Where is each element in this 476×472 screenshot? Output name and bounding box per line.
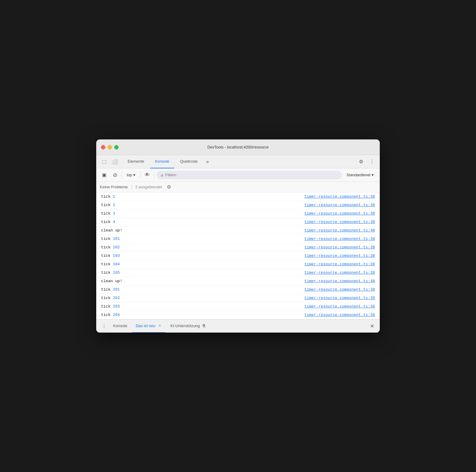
close-button[interactable] [101,145,105,149]
context-label: top [127,173,132,177]
console-entry: tick 3timer-resource.component.ts:38 [96,209,380,218]
bottom-tab-ki-label: KI-Unterstützung [170,324,200,328]
devtools-window: DevTools - localhost:4200/resource ⬚ ⬜ E… [96,139,380,333]
entry-link[interactable]: timer-resource.component.ts:38 [304,296,375,300]
tab-quellcode[interactable]: Quellcode [175,155,203,168]
bottom-tab-konsole[interactable]: Konsole [109,320,131,333]
minimize-button[interactable] [108,145,112,149]
chevron-right-icon: » [206,159,209,164]
entry-number: 105 [113,270,120,275]
entry-link[interactable]: timer-resource.component.ts:38 [304,220,375,224]
entry-message: tick 204 [101,313,304,317]
console-toolbar: ▣ ⊘ top ▾ 👁 ⊿ Standardlevel ▾ [96,168,380,182]
clear-console-button[interactable]: ⊘ [111,171,119,179]
settings-button[interactable]: ⚙ [357,158,365,166]
log-level-selector[interactable]: Standardlevel ▾ [344,171,376,178]
eye-icon: 👁 [144,172,150,178]
tab-elemente[interactable]: Elemente [123,155,149,168]
entry-number: 203 [113,304,120,309]
console-entry: tick 2timer-resource.component.ts:38 [96,201,380,209]
tab-konsole[interactable]: Konsole [150,155,174,168]
live-expressions-button[interactable]: 👁 [143,171,151,179]
console-entry: tick 4timer-resource.component.ts:38 [96,218,380,226]
inspect-icon-button[interactable]: ⬚ [100,158,108,166]
filter-wrapper: ⊿ [157,171,341,179]
flask-icon: ⚗ [202,324,206,328]
entry-number: 201 [113,287,120,292]
console-entry: tick 1timer-resource.component.ts:38 [96,193,380,201]
entry-link[interactable]: timer-resource.component.ts:48 [304,279,375,283]
entry-number: 102 [113,245,120,250]
entry-number: 4 [113,220,115,224]
maximize-button[interactable] [114,145,119,149]
more-options-button[interactable]: ⋮ [368,158,376,166]
console-entry: tick 201timer-resource.component.ts:38 [96,285,380,294]
entry-number: 1 [113,194,115,199]
level-label: Standardlevel [347,173,371,177]
entry-message: tick 104 [101,262,304,266]
window-title: DevTools - localhost:4200/resource [207,145,268,149]
device-icon-button[interactable]: ⬜ [111,158,119,166]
filter-input[interactable] [165,173,338,177]
entry-message: tick 102 [101,245,304,250]
tab-bar-right: ⚙ ⋮ [357,158,376,166]
close-icon: ✕ [370,323,374,329]
more-vert-icon: ⋮ [370,159,374,164]
bottom-tab-bar: ⋮ Konsole Das ist neu ✕ KI-Unterstützung… [96,319,380,333]
entry-link[interactable]: timer-resource.component.ts:38 [304,237,375,241]
chevron-down-icon: ▾ [133,173,135,177]
console-entry: tick 204timer-resource.component.ts:38 [96,311,380,319]
close-tab-icon[interactable]: ✕ [157,324,162,328]
entry-message: tick 105 [101,270,304,275]
entry-message: tick 201 [101,287,304,292]
console-body: tick 1timer-resource.component.ts:38tick… [96,193,380,319]
entry-link[interactable]: timer-resource.component.ts:38 [304,262,375,266]
toolbar-divider-3 [154,172,154,178]
entry-link[interactable]: timer-resource.component.ts:38 [304,270,375,275]
toolbar-divider [122,172,122,178]
traffic-lights [101,145,119,149]
entry-message: tick 4 [101,220,304,224]
console-entry: tick 105timer-resource.component.ts:38 [96,269,380,277]
entry-number: 204 [113,313,120,317]
bottom-tab-ki[interactable]: KI-Unterstützung ⚗ [167,320,209,333]
entry-message: tick 3 [101,211,304,216]
console-entry: tick 202timer-resource.component.ts:38 [96,294,380,302]
entry-link[interactable]: timer-resource.component.ts:38 [304,194,375,199]
entry-link[interactable]: timer-resource.component.ts:38 [304,287,375,292]
bottom-tab-konsole-label: Konsole [113,324,127,328]
entry-link[interactable]: timer-resource.component.ts:38 [304,313,375,317]
close-drawer-button[interactable]: ✕ [368,322,376,330]
title-bar: DevTools - localhost:4200/resource [96,139,380,155]
level-chevron-icon: ▾ [372,173,374,177]
sidebar-toggle-button[interactable]: ▣ [100,171,108,179]
bottom-tab-das-ist-neu[interactable]: Das ist neu ✕ [132,320,166,333]
entry-message: tick 1 [101,194,304,199]
tab-icons: ⬚ ⬜ [100,158,119,166]
entry-message: tick 202 [101,296,304,300]
gear-icon: ⚙ [359,159,363,164]
entry-link[interactable]: timer-resource.component.ts:38 [304,254,375,258]
clear-icon: ⊘ [113,172,117,178]
device-icon: ⬜ [112,159,118,164]
entry-link[interactable]: timer-resource.component.ts:38 [304,304,375,309]
entry-number: 202 [113,296,120,300]
toolbar-divider-2 [140,172,141,178]
console-entry: tick 103timer-resource.component.ts:38 [96,252,380,260]
issues-settings-icon[interactable]: ⚙ [166,184,172,190]
entry-number: 101 [113,237,120,241]
entry-link[interactable]: timer-resource.component.ts:38 [304,211,375,216]
console-entry: tick 104timer-resource.component.ts:38 [96,260,380,269]
bottom-more-button[interactable]: ⋮ [100,322,108,330]
entry-link[interactable]: timer-resource.component.ts:38 [304,245,375,250]
entry-number: 104 [113,262,120,266]
entry-link[interactable]: timer-resource.component.ts:38 [304,203,375,207]
entry-message: tick 2 [101,203,304,207]
tab-bar: ⬚ ⬜ Elemente Konsole Quellcode » ⚙ ⋮ [96,155,380,168]
console-entry: tick 203timer-resource.component.ts:38 [96,302,380,311]
more-vert-icon-bottom: ⋮ [102,323,106,329]
entry-link[interactable]: timer-resource.component.ts:48 [304,228,375,233]
entry-number: 103 [113,254,120,258]
context-selector[interactable]: top ▾ [124,171,138,178]
tabs-more-button[interactable]: » [204,158,211,166]
